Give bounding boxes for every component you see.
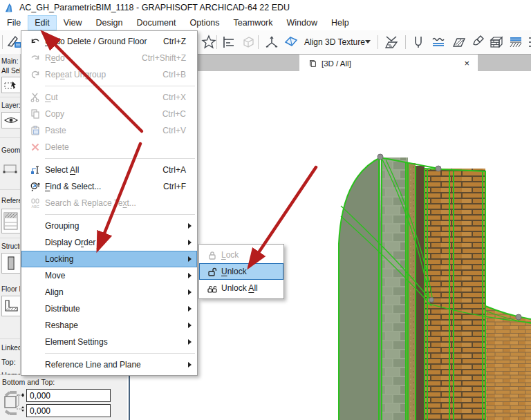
brick-block-icon[interactable] (488, 34, 505, 50)
submenu-arrow-icon (188, 273, 192, 278)
align-3d-texture-icon[interactable] (283, 34, 299, 50)
menu-item-display-order[interactable]: Display Order (21, 234, 197, 251)
slope-hatch-icon[interactable] (451, 34, 467, 50)
3d-view-icon (308, 59, 317, 68)
geometry-method-button[interactable] (1, 160, 19, 178)
menu-item-repeat: Repeat Ungroup Ctrl+B (21, 66, 197, 83)
search-replace-icon: ABC (26, 198, 45, 209)
menubar-design[interactable]: Design (89, 15, 130, 30)
bottom-top-panel: Bottom and Top: (0, 374, 127, 420)
3d-axes-icon[interactable] (263, 34, 280, 50)
undo-icon (26, 36, 45, 47)
floorplan-display-button[interactable] (1, 296, 21, 316)
menu-item-distribute[interactable]: Distribute (21, 300, 197, 317)
scissors-icon (26, 92, 45, 103)
sidebar-divider (0, 97, 21, 97)
find-select-icon (26, 181, 45, 192)
archicad-logo-icon (4, 3, 15, 13)
submenu-arrow-icon (188, 362, 192, 368)
structure-type-button[interactable] (1, 253, 21, 274)
submenu-arrow-icon (188, 289, 192, 295)
menu-item-select-all[interactable]: Select All Ctrl+A (21, 162, 197, 178)
submenu-item-lock: Lock (199, 247, 283, 263)
menu-separator (45, 86, 195, 86)
info-box-sidebar: Main: All Sele Layer: Geome Refere (0, 54, 21, 374)
toolbar-separator (378, 35, 378, 49)
menubar-teamwork[interactable]: Teamwork (227, 15, 280, 30)
align-elements-icon[interactable] (221, 34, 237, 50)
submenu-arrow-icon (188, 256, 192, 262)
selection-tool-button[interactable] (1, 77, 21, 93)
repeat-icon (26, 69, 45, 80)
select-all-icon (26, 164, 45, 175)
sidebar-divider (0, 189, 21, 190)
menubar-file[interactable]: File (0, 15, 28, 30)
redo-icon (26, 52, 45, 64)
archicad-window: AC_GH_ParametricBIM_1118 - GRAPHISOFT AR… (0, 0, 531, 420)
structure-label: Structur (1, 242, 21, 250)
svg-text:ABC: ABC (32, 204, 39, 209)
clipboard-icon (26, 125, 45, 136)
menu-separator (45, 158, 195, 159)
floorplan-label: Floor Pl (1, 285, 21, 293)
menu-item-copy: Copy Ctrl+C (21, 106, 197, 122)
layered-material-icon[interactable] (507, 34, 524, 50)
menu-item-delete: Delete (21, 139, 197, 155)
align-3d-texture-label[interactable]: Align 3D Texture (304, 37, 365, 47)
menu-item-redo: Redo Ctrl+Shift+Z (21, 50, 197, 66)
reference-plane-button[interactable] (1, 209, 21, 233)
sidebar-divider (0, 338, 21, 339)
menubar-view[interactable]: View (57, 15, 89, 30)
submenu-item-unlock-all[interactable]: Unlock All (199, 280, 283, 296)
menu-separator (45, 214, 195, 215)
menu-item-locking[interactable]: Locking (21, 251, 197, 267)
menu-item-reshape[interactable]: Reshape (21, 317, 197, 334)
submenu-arrow-icon (188, 323, 192, 328)
menubar-window[interactable]: Window (280, 15, 324, 30)
tab-close-icon[interactable]: × (464, 59, 469, 68)
locking-submenu: Lock Unlock Unlock All (198, 244, 284, 299)
submenu-arrow-icon (188, 223, 192, 229)
clipped-toolbar-icon (528, 34, 531, 50)
toolbar-separator (258, 35, 259, 49)
layer-visibility-button[interactable] (1, 112, 21, 128)
tab-3d-all[interactable]: [3D / All] × (299, 55, 478, 72)
menubar-edit[interactable]: Edit (28, 15, 57, 30)
menu-item-align[interactable]: Align (21, 284, 197, 300)
lock-closed-icon (203, 249, 221, 260)
title-bar: AC_GH_ParametricBIM_1118 - GRAPHISOFT AR… (0, 0, 531, 15)
align-3d-texture-dropdown-caret[interactable] (365, 40, 371, 44)
top-offset-input[interactable] (26, 389, 111, 402)
edit-menu: Undo Delete / Ground Floor Ctrl+Z Redo C… (21, 30, 198, 376)
menubar-help[interactable]: Help (324, 15, 356, 30)
menu-item-search-replace: ABC Search & Replace Text... (21, 195, 197, 211)
menu-item-cut: Cut Ctrl+X (21, 89, 197, 106)
menu-item-element-settings[interactable]: Element Settings (21, 334, 197, 350)
toolbar-separator (216, 35, 217, 49)
submenu-item-unlock[interactable]: Unlock (199, 263, 283, 280)
all-selected-label: All Sele (1, 67, 21, 75)
menubar-options[interactable]: Options (183, 15, 226, 30)
sidebar-divider (0, 238, 21, 238)
menu-item-reference-line-plane[interactable]: Reference Line and Plane (21, 356, 197, 373)
menu-bar: File Edit View Design Document Options T… (0, 15, 531, 30)
copy-icon (26, 108, 45, 120)
menu-item-undo[interactable]: Undo Delete / Ground Floor Ctrl+Z (21, 33, 197, 50)
texture-origin-icon[interactable] (383, 34, 400, 50)
submenu-arrow-icon (188, 306, 192, 312)
main-label: Main: (1, 57, 18, 65)
menu-item-find-select[interactable]: Find & Select... Ctrl+F (21, 178, 197, 195)
menu-item-move[interactable]: Move (21, 267, 197, 284)
drop-anchor-icon[interactable] (410, 34, 427, 50)
menu-separator (45, 353, 195, 354)
paint-brush-icon[interactable] (472, 34, 488, 50)
water-level-icon[interactable] (430, 34, 447, 50)
menubar-document[interactable]: Document (130, 15, 183, 30)
offset-cube-icon (1, 388, 25, 418)
disabled-cube-icon (240, 34, 257, 50)
favorites-star-icon[interactable] (201, 34, 217, 50)
lock-open-all-icon (203, 283, 221, 294)
menu-item-grouping[interactable]: Grouping (21, 218, 197, 234)
sidebar-divider (0, 137, 21, 138)
bottom-offset-input[interactable] (26, 404, 111, 417)
